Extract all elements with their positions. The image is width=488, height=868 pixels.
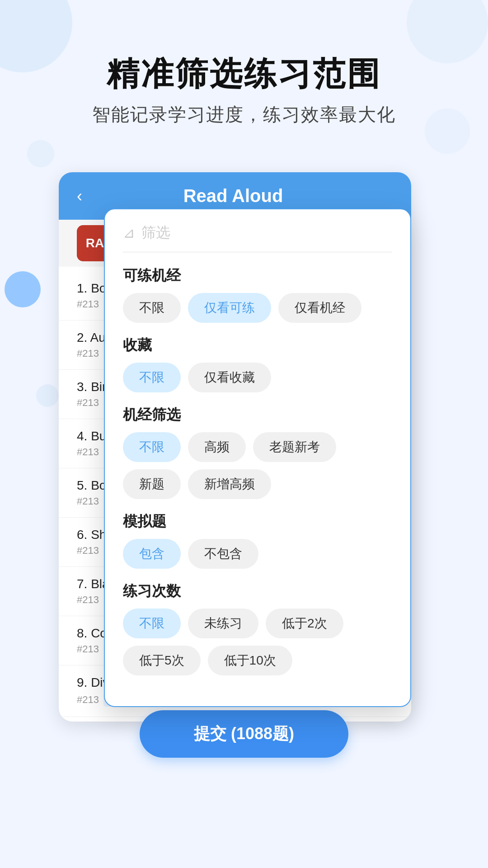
- filter-option-3-0[interactable]: 包含: [123, 539, 181, 569]
- header-section: 精准筛选练习范围 智能记录学习进度，练习效率最大化: [0, 0, 488, 145]
- filter-option-2-4[interactable]: 新增高频: [188, 469, 271, 499]
- filter-option-4-3[interactable]: 低于5次: [123, 646, 201, 675]
- filter-option-1-0[interactable]: 不限: [123, 363, 181, 392]
- filter-section-label-0: 可练机经: [123, 266, 392, 286]
- filter-option-4-1[interactable]: 未练习: [188, 609, 258, 638]
- filter-option-3-1[interactable]: 不包含: [188, 539, 258, 569]
- item-tag: #213: [77, 545, 99, 557]
- filter-option-4-0[interactable]: 不限: [123, 609, 181, 638]
- item-tag: #213: [77, 495, 99, 507]
- filter-placeholder-text: 筛选: [141, 223, 170, 243]
- filter-option-0-0[interactable]: 不限: [123, 293, 181, 323]
- filter-option-2-2[interactable]: 老题新考: [253, 432, 336, 462]
- filter-section-0: 可练机经不限仅看可练仅看机经: [123, 266, 392, 323]
- filter-section-label-4: 练习次数: [123, 581, 392, 601]
- filter-section-4: 练习次数不限未练习低于2次低于5次低于10次: [123, 581, 392, 675]
- sub-title: 智能记录学习进度，练习效率最大化: [0, 102, 488, 127]
- filter-modal: ⊿ 筛选 可练机经不限仅看可练仅看机经收藏不限仅看收藏机经筛选不限高频老题新考新…: [104, 208, 411, 707]
- bg-decoration-5: [5, 271, 41, 307]
- filter-options-0: 不限仅看可练仅看机经: [123, 293, 392, 323]
- filter-section-label-1: 收藏: [123, 335, 392, 355]
- item-tag: #213: [77, 298, 99, 310]
- app-header-title: Read Aloud: [91, 186, 375, 206]
- filter-option-4-2[interactable]: 低于2次: [266, 609, 343, 638]
- filter-funnel-icon: ⊿: [123, 224, 135, 241]
- item-tag: #213: [77, 348, 99, 359]
- filter-section-1: 收藏不限仅看收藏: [123, 335, 392, 392]
- filter-section-2: 机经筛选不限高频老题新考新题新增高频: [123, 405, 392, 499]
- filter-options-3: 包含不包含: [123, 539, 392, 569]
- back-icon[interactable]: ‹: [77, 187, 82, 206]
- filter-search-row: ⊿ 筛选: [123, 223, 392, 252]
- item-tag: #213: [77, 594, 99, 606]
- filter-section-3: 模拟题包含不包含: [123, 512, 392, 569]
- submit-button[interactable]: 提交 (1088题): [140, 710, 348, 758]
- filter-options-1: 不限仅看收藏: [123, 363, 392, 392]
- filter-option-4-4[interactable]: 低于10次: [208, 646, 292, 675]
- item-tag: #213: [77, 446, 99, 458]
- filter-section-label-2: 机经筛选: [123, 405, 392, 425]
- filter-option-2-0[interactable]: 不限: [123, 432, 181, 462]
- filter-options-2: 不限高频老题新考新题新增高频: [123, 432, 392, 499]
- filter-option-0-1[interactable]: 仅看可练: [188, 293, 271, 323]
- filter-option-1-1[interactable]: 仅看收藏: [188, 363, 271, 392]
- filter-sections: 可练机经不限仅看可练仅看机经收藏不限仅看收藏机经筛选不限高频老题新考新题新增高频…: [123, 266, 392, 675]
- filter-options-4: 不限未练习低于2次低于5次低于10次: [123, 609, 392, 675]
- item-tag: #213: [77, 397, 99, 409]
- filter-option-0-2[interactable]: 仅看机经: [278, 293, 361, 323]
- main-title: 精准筛选练习范围: [0, 54, 488, 93]
- mockup-wrapper: ‹ Read Aloud RA 已选题目 0 1. Book ch... #21…: [41, 172, 447, 785]
- filter-section-label-3: 模拟题: [123, 512, 392, 532]
- mockup-container: ‹ Read Aloud RA 已选题目 0 1. Book ch... #21…: [41, 172, 447, 785]
- filter-option-2-1[interactable]: 高频: [188, 432, 246, 462]
- submit-btn-container: 提交 (1088题): [41, 710, 447, 758]
- item-tag: #213: [77, 694, 99, 706]
- filter-option-2-3[interactable]: 新题: [123, 469, 181, 499]
- item-tag: #213: [77, 643, 99, 655]
